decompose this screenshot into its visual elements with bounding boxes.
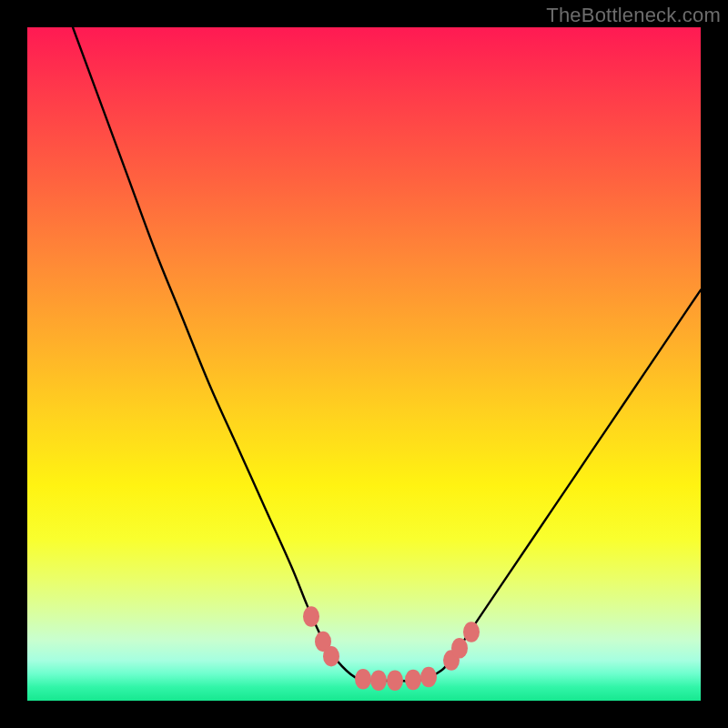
- threshold-dot: [387, 671, 403, 692]
- threshold-dot: [420, 667, 437, 688]
- curve-layer: [27, 27, 701, 701]
- threshold-dot: [323, 646, 339, 667]
- threshold-dot: [303, 606, 319, 627]
- bottleneck-curve: [73, 27, 701, 682]
- plot-area: [27, 27, 701, 701]
- threshold-dot: [451, 638, 468, 659]
- threshold-dot: [370, 671, 387, 692]
- threshold-dot: [405, 670, 421, 691]
- chart-frame: TheBottleneck.com: [0, 0, 728, 728]
- watermark-text: TheBottleneck.com: [546, 4, 721, 27]
- threshold-dots: [303, 606, 480, 691]
- threshold-dot: [355, 669, 371, 690]
- threshold-dot: [463, 622, 480, 642]
